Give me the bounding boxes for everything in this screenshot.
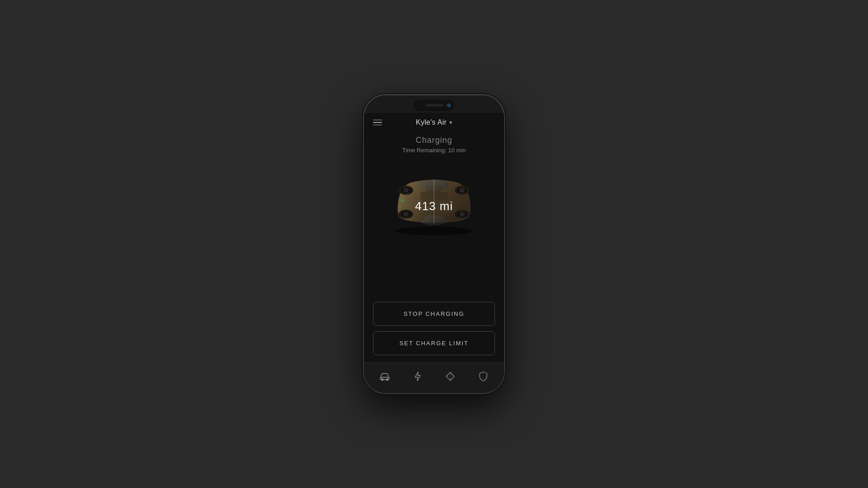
phone-camera-dot [447,103,451,107]
chevron-down-icon: ▾ [449,119,452,126]
time-remaining: Time Remaining: 10 min [402,147,466,154]
svg-point-1 [396,226,472,235]
set-charge-limit-button[interactable]: SET CHARGE LIMIT [373,331,495,355]
svg-point-17 [403,212,409,216]
svg-point-19 [401,199,404,202]
menu-button[interactable] [373,120,382,126]
phone-screen: Kyle's Air ▾ Charging Time Remaining: 10… [364,113,504,393]
charging-status: Charging [415,136,452,145]
charging-nav-item[interactable] [407,366,429,387]
action-buttons: STOP CHARGING SET CHARGE LIMIT [364,302,504,362]
svg-point-16 [459,188,465,192]
phone-frame: Kyle's Air ▾ Charging Time Remaining: 10… [364,95,504,393]
bottom-navigation [364,362,504,393]
security-nav-item[interactable] [472,366,494,387]
phone-notch [364,95,504,113]
bolt-icon [412,371,424,382]
phone-pill [414,99,454,111]
vehicle-name: Kyle's Air [416,118,447,127]
header: Kyle's Air ▾ [364,113,504,131]
stop-charging-button[interactable]: STOP CHARGING [373,302,495,326]
car-icon [379,371,391,382]
vehicle-selector[interactable]: Kyle's Air ▾ [416,118,453,127]
car-svg-area: 413 mi [380,174,488,238]
car-illustration: 413 mi [375,161,493,251]
range-display: 413 mi [415,199,453,213]
main-content: Charging Time Remaining: 10 min [364,131,504,362]
shield-icon [477,371,489,382]
svg-point-18 [459,212,465,216]
car-nav-item[interactable] [374,366,396,387]
location-nav-item[interactable] [439,366,461,387]
location-icon [444,371,456,382]
svg-point-15 [403,188,409,192]
phone-pill-bar [425,104,443,107]
